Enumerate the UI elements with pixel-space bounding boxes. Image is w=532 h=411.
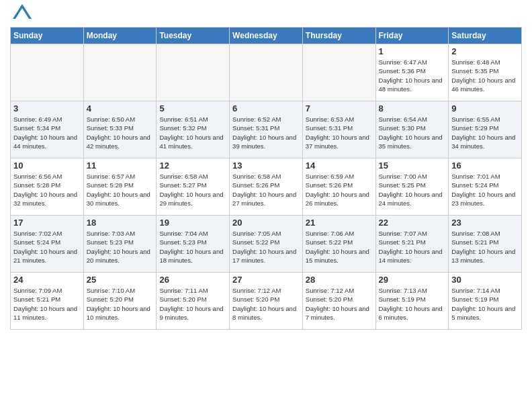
logo: [10, 7, 32, 21]
day-number: 10: [13, 161, 81, 171]
day-number: 8: [379, 103, 446, 113]
day-cell: 10 Sunrise: 6:56 AMSunset: 5:28 PMDaylig…: [11, 158, 84, 216]
day-cell: 11 Sunrise: 6:57 AMSunset: 5:28 PMDaylig…: [83, 158, 157, 216]
calendar-table: SundayMondayTuesdayWednesdayThursdayFrid…: [10, 27, 522, 330]
day-detail: Sunrise: 6:54 AMSunset: 5:30 PMDaylight:…: [379, 115, 446, 150]
day-number: 26: [159, 275, 226, 285]
day-detail: Sunrise: 6:57 AMSunset: 5:28 PMDaylight:…: [87, 172, 154, 208]
day-cell: 28 Sunrise: 7:12 AMSunset: 5:20 PMDaylig…: [302, 273, 375, 330]
day-cell: 15 Sunrise: 7:00 AMSunset: 5:25 PMDaylig…: [375, 158, 449, 216]
header-row: SundayMondayTuesdayWednesdayThursdayFrid…: [11, 28, 522, 44]
day-number: 12: [159, 161, 226, 171]
day-cell: 2 Sunrise: 6:48 AMSunset: 5:35 PMDayligh…: [449, 44, 522, 101]
day-cell: [11, 44, 84, 101]
day-cell: 7 Sunrise: 6:53 AMSunset: 5:31 PMDayligh…: [302, 101, 375, 158]
day-number: 30: [451, 275, 519, 285]
col-header-wednesday: Wednesday: [230, 28, 303, 44]
day-detail: Sunrise: 7:12 AMSunset: 5:20 PMDaylight:…: [306, 286, 373, 322]
day-number: 5: [159, 103, 226, 113]
day-detail: Sunrise: 7:10 AMSunset: 5:20 PMDaylight:…: [87, 286, 154, 322]
day-detail: Sunrise: 6:51 AMSunset: 5:32 PMDaylight:…: [159, 115, 226, 150]
day-cell: 20 Sunrise: 7:05 AMSunset: 5:22 PMDaylig…: [230, 216, 303, 273]
day-cell: 8 Sunrise: 6:54 AMSunset: 5:30 PMDayligh…: [375, 101, 449, 158]
day-cell: 3 Sunrise: 6:49 AMSunset: 5:34 PMDayligh…: [11, 101, 84, 158]
logo-icon: [13, 4, 32, 19]
day-number: 23: [451, 218, 519, 228]
week-row-4: 17 Sunrise: 7:02 AMSunset: 5:24 PMDaylig…: [11, 216, 522, 273]
day-detail: Sunrise: 6:58 AMSunset: 5:27 PMDaylight:…: [159, 172, 226, 208]
day-number: 16: [451, 161, 519, 171]
day-cell: 24 Sunrise: 7:09 AMSunset: 5:21 PMDaylig…: [11, 273, 84, 330]
day-cell: 19 Sunrise: 7:04 AMSunset: 5:23 PMDaylig…: [157, 216, 230, 273]
day-cell: 17 Sunrise: 7:02 AMSunset: 5:24 PMDaylig…: [11, 216, 84, 273]
day-detail: Sunrise: 7:11 AMSunset: 5:20 PMDaylight:…: [159, 286, 226, 322]
day-detail: Sunrise: 7:08 AMSunset: 5:21 PMDaylight:…: [451, 229, 519, 265]
page-container: SundayMondayTuesdayWednesdayThursdayFrid…: [0, 0, 532, 336]
day-number: 11: [87, 161, 154, 171]
day-number: 14: [306, 161, 373, 171]
day-detail: Sunrise: 6:49 AMSunset: 5:34 PMDaylight:…: [13, 115, 81, 150]
day-number: 9: [451, 103, 519, 113]
day-detail: Sunrise: 7:03 AMSunset: 5:23 PMDaylight:…: [87, 229, 154, 265]
day-detail: Sunrise: 7:09 AMSunset: 5:21 PMDaylight:…: [13, 286, 81, 322]
day-cell: 25 Sunrise: 7:10 AMSunset: 5:20 PMDaylig…: [83, 273, 157, 330]
day-number: 24: [13, 275, 81, 285]
day-cell: [230, 44, 303, 101]
day-cell: 27 Sunrise: 7:12 AMSunset: 5:20 PMDaylig…: [230, 273, 303, 330]
day-cell: 30 Sunrise: 7:14 AMSunset: 5:19 PMDaylig…: [449, 273, 522, 330]
day-detail: Sunrise: 6:47 AMSunset: 5:36 PMDaylight:…: [379, 58, 446, 93]
col-header-saturday: Saturday: [449, 28, 522, 44]
day-cell: 5 Sunrise: 6:51 AMSunset: 5:32 PMDayligh…: [157, 101, 230, 158]
day-number: 20: [232, 218, 300, 228]
day-detail: Sunrise: 6:55 AMSunset: 5:29 PMDaylight:…: [451, 115, 519, 150]
day-cell: 13 Sunrise: 6:58 AMSunset: 5:26 PMDaylig…: [230, 158, 303, 216]
day-detail: Sunrise: 7:02 AMSunset: 5:24 PMDaylight:…: [13, 229, 81, 265]
day-detail: Sunrise: 6:48 AMSunset: 5:35 PMDaylight:…: [451, 58, 519, 93]
day-number: 29: [379, 275, 446, 285]
day-detail: Sunrise: 7:13 AMSunset: 5:19 PMDaylight:…: [379, 286, 446, 322]
day-number: 3: [13, 103, 81, 113]
day-detail: Sunrise: 6:53 AMSunset: 5:31 PMDaylight:…: [306, 115, 373, 150]
day-cell: 6 Sunrise: 6:52 AMSunset: 5:31 PMDayligh…: [230, 101, 303, 158]
day-number: 28: [306, 275, 373, 285]
day-cell: 29 Sunrise: 7:13 AMSunset: 5:19 PMDaylig…: [375, 273, 449, 330]
day-number: 25: [87, 275, 154, 285]
day-cell: [302, 44, 375, 101]
col-header-tuesday: Tuesday: [157, 28, 230, 44]
day-number: 18: [87, 218, 154, 228]
week-row-2: 3 Sunrise: 6:49 AMSunset: 5:34 PMDayligh…: [11, 101, 522, 158]
day-number: 1: [379, 46, 446, 56]
day-cell: [157, 44, 230, 101]
col-header-friday: Friday: [375, 28, 449, 44]
day-cell: 12 Sunrise: 6:58 AMSunset: 5:27 PMDaylig…: [157, 158, 230, 216]
day-detail: Sunrise: 7:04 AMSunset: 5:23 PMDaylight:…: [159, 229, 226, 265]
day-detail: Sunrise: 7:12 AMSunset: 5:20 PMDaylight:…: [232, 286, 300, 322]
day-cell: 14 Sunrise: 6:59 AMSunset: 5:26 PMDaylig…: [302, 158, 375, 216]
day-number: 15: [379, 161, 446, 171]
day-detail: Sunrise: 6:56 AMSunset: 5:28 PMDaylight:…: [13, 172, 81, 208]
day-cell: [83, 44, 157, 101]
day-number: 13: [232, 161, 300, 171]
col-header-thursday: Thursday: [302, 28, 375, 44]
col-header-monday: Monday: [83, 28, 157, 44]
week-row-5: 24 Sunrise: 7:09 AMSunset: 5:21 PMDaylig…: [11, 273, 522, 330]
day-number: 7: [306, 103, 373, 113]
day-cell: 16 Sunrise: 7:01 AMSunset: 5:24 PMDaylig…: [449, 158, 522, 216]
day-detail: Sunrise: 7:06 AMSunset: 5:22 PMDaylight:…: [306, 229, 373, 265]
day-number: 27: [232, 275, 300, 285]
day-cell: 26 Sunrise: 7:11 AMSunset: 5:20 PMDaylig…: [157, 273, 230, 330]
day-cell: 21 Sunrise: 7:06 AMSunset: 5:22 PMDaylig…: [302, 216, 375, 273]
week-row-1: 1 Sunrise: 6:47 AMSunset: 5:36 PMDayligh…: [11, 44, 522, 101]
day-number: 2: [451, 46, 519, 56]
day-detail: Sunrise: 7:07 AMSunset: 5:21 PMDaylight:…: [379, 229, 446, 265]
day-detail: Sunrise: 7:14 AMSunset: 5:19 PMDaylight:…: [451, 286, 519, 322]
header: [10, 7, 522, 21]
day-cell: 9 Sunrise: 6:55 AMSunset: 5:29 PMDayligh…: [449, 101, 522, 158]
day-cell: 1 Sunrise: 6:47 AMSunset: 5:36 PMDayligh…: [375, 44, 449, 101]
col-header-sunday: Sunday: [11, 28, 84, 44]
day-number: 21: [306, 218, 373, 228]
day-number: 22: [379, 218, 446, 228]
day-cell: 4 Sunrise: 6:50 AMSunset: 5:33 PMDayligh…: [83, 101, 157, 158]
day-detail: Sunrise: 6:52 AMSunset: 5:31 PMDaylight:…: [232, 115, 300, 150]
day-cell: 23 Sunrise: 7:08 AMSunset: 5:21 PMDaylig…: [449, 216, 522, 273]
